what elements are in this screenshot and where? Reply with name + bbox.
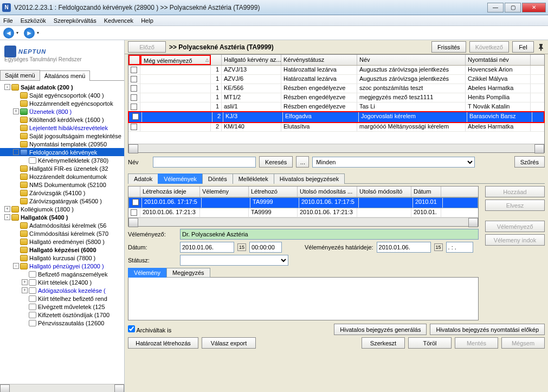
refresh-button[interactable]: Frissítés [431, 41, 466, 53]
tree-item[interactable]: Saját egyéncsoportok (400 ) [0, 91, 124, 99]
inner-grid-header[interactable]: Dátum [411, 187, 441, 197]
tab-sajat-menu[interactable]: Saját menü [0, 70, 40, 80]
statusz-select[interactable] [180, 255, 288, 266]
minimize-button[interactable]: — [487, 3, 504, 12]
velemenyezo-field[interactable] [180, 229, 479, 240]
delete-button[interactable]: Töröl [408, 337, 452, 349]
tree-item[interactable]: Hozzámrendelt egyéncsoportok [0, 99, 124, 107]
tab-megjegyzes[interactable]: Megjegyzés [166, 268, 210, 278]
tab-velemeny[interactable]: Vélemény [128, 268, 166, 278]
tree-item[interactable]: Lejelentett hibák/észrevételek [0, 124, 124, 132]
add-button[interactable]: Hozzáad [485, 186, 545, 197]
tree-item[interactable]: Címmódosítási kérelmek (570 [0, 229, 124, 237]
menu-role[interactable]: Szerepkörváltás [54, 17, 96, 24]
inner-grid-hscroll[interactable] [128, 217, 478, 226]
velemenyezo-button[interactable]: Véleményező [485, 221, 545, 232]
search-button[interactable]: Keresés [259, 156, 293, 168]
export-button[interactable]: Válasz export [202, 337, 256, 349]
velemeny-indok-button[interactable]: Vélemeny indok [485, 234, 545, 246]
grid-header[interactable]: Név [357, 55, 466, 65]
calendar-icon[interactable]: 15 [237, 243, 246, 251]
opinions-grid[interactable]: Létrehozás idejeVéleményLétrehozóUtolsó … [128, 186, 479, 227]
tree-item[interactable]: Záróvizsgák (54100 ) [0, 189, 124, 197]
menu-tree[interactable]: -Saját adatok (200 )Saját egyéncsoportok… [0, 81, 124, 384]
next-button[interactable]: Következő [469, 41, 509, 53]
forward-button[interactable]: ► [24, 28, 35, 38]
tree-hscroll[interactable] [0, 384, 124, 392]
back-button[interactable]: ◄ [3, 28, 14, 38]
tree-item[interactable]: Hallgató kurzusai (7800 ) [0, 254, 124, 262]
archive-checkbox[interactable]: Archiváltak is [128, 325, 171, 333]
inner-grid-header[interactable]: Létrehozás ideje [140, 187, 200, 197]
grid-row[interactable]: 2KM/140Elutasítvamargóóóó Méltányossági … [128, 123, 544, 132]
tree-item[interactable]: Kiírt tételhez befizető rend [0, 294, 124, 303]
inner-grid-header[interactable]: Utolsó módosító [357, 187, 411, 197]
tree-item[interactable]: Adatmódosítási kérelmek (56 [0, 221, 124, 229]
menu-file[interactable]: File [3, 17, 13, 24]
tree-item[interactable]: +Kollégiumok (1800 ) [0, 205, 124, 213]
grid-row[interactable]: 1MT1/2Részben engedélyezvemegjegyzés mez… [128, 93, 544, 102]
tree-item[interactable]: Elvégzett műveletek (125 [0, 303, 124, 311]
pin-icon[interactable] [537, 43, 545, 51]
grid-row[interactable]: 2KJ/3ElfogadvaJogorvoslati kérelemBaraso… [128, 112, 544, 123]
detail-tab[interactable]: Mellékletek [233, 173, 274, 184]
detail-tab[interactable]: Döntés [202, 173, 233, 184]
tree-item[interactable]: -Hallgatók (5400 ) [0, 213, 124, 221]
tree-item[interactable]: Saját jogosultságaim megtekintése [0, 132, 124, 140]
prev-button[interactable]: Előző [128, 41, 166, 53]
grid-row[interactable]: 1AZVJ/6Határozattal lezárvaAugusztus zár… [128, 75, 544, 84]
up-button[interactable]: Fel [512, 41, 534, 53]
grid-row[interactable]: 1asli/1Részben engedélyezveTas LiT Novák… [128, 102, 544, 112]
detail-tab[interactable]: Hivatalos bejegyzések [274, 173, 345, 184]
menu-favorites[interactable]: Kedvencek [104, 17, 133, 24]
close-button[interactable]: ✕ [522, 3, 546, 12]
filter-button[interactable]: Szűrés [514, 156, 545, 168]
grid-row[interactable]: 1AZVJ/13Határozattal lezárvaAugusztus zá… [128, 66, 544, 75]
tree-item[interactable]: Befizető magánszemélyek [0, 270, 124, 278]
forward-dropdown[interactable]: ▾ [37, 30, 42, 35]
tree-item[interactable]: Pénzvisszautalás (12600 [0, 319, 124, 327]
inner-grid-header[interactable]: Létrehozó [249, 187, 298, 197]
tree-item[interactable]: Hallgató képzései (6000 [0, 246, 124, 254]
hatarido-time-field[interactable] [446, 242, 473, 253]
inner-grid-header[interactable]: Vélemény [200, 187, 249, 197]
search-more-button[interactable]: ... [296, 156, 309, 168]
generate-entry-button[interactable]: Hivatalos bejegyzés generálás [334, 324, 427, 335]
save-button[interactable]: Mentés [455, 337, 498, 349]
tree-item[interactable]: -Hallgató pénzügyei (12000 ) [0, 262, 124, 270]
back-dropdown[interactable]: ▾ [16, 30, 22, 35]
grid-header[interactable] [128, 55, 140, 65]
cancel-button[interactable]: Mégsem [501, 337, 545, 349]
tree-item[interactable]: -Feldolgozandó kérvények [0, 148, 124, 156]
note-textarea[interactable] [128, 277, 479, 320]
tree-item[interactable]: Hallgató eredményei (5800 ) [0, 237, 124, 246]
tree-item[interactable]: Kitöltendő kérdőívek (1600 ) [0, 115, 124, 124]
hatarido-field[interactable] [377, 242, 431, 253]
time-field[interactable] [249, 242, 282, 253]
main-grid[interactable]: Még véleményező △Hallgató kérvény az...K… [128, 54, 545, 153]
inner-grid-header[interactable] [128, 187, 140, 197]
tree-item[interactable]: Hallgatói FIR-es üzenetek (32 [0, 164, 124, 172]
inner-grid-row[interactable]: 2010.01.06. 17:21:3TA99992010.01.06. 17:… [128, 208, 478, 217]
grid-header[interactable]: Kérvénystátusz [281, 55, 357, 65]
tree-item[interactable]: +Adóigazolások kezelése ( [0, 286, 124, 294]
grid-header[interactable] [211, 55, 222, 65]
grid-header[interactable]: Nyomtatási név [466, 55, 531, 65]
remove-button[interactable]: Elvesz [485, 200, 545, 211]
tree-item[interactable]: Nyomtatási templatek (20950 [0, 140, 124, 148]
menu-help[interactable]: Help [141, 17, 153, 24]
tree-item[interactable]: -Saját adatok (200 ) [0, 83, 124, 91]
grid-row[interactable]: 1KE/566Részben engedélyezveszoc pontszám… [128, 84, 544, 93]
tree-item[interactable]: Hozzárendelt dokumentumok [0, 172, 124, 181]
print-preview-button[interactable]: Hivatalos bejegyzés nyomtatási előkép [430, 324, 545, 335]
inner-grid-row[interactable]: 2010.01.06. 17:17:5TA99992010.01.06. 17:… [128, 197, 478, 208]
calendar2-icon[interactable]: 15 [434, 243, 443, 251]
filter-select[interactable]: Minden [312, 157, 475, 168]
detail-tab[interactable]: Vélemények [158, 173, 203, 184]
detail-tab[interactable]: Adatok [128, 173, 158, 184]
grid-header[interactable]: Hallgató kérvény az... [222, 55, 281, 65]
grid-header[interactable]: Még véleményező △ [140, 55, 211, 65]
inner-grid-header[interactable]: Utolsó módosítás ... [298, 187, 357, 197]
maximize-button[interactable]: ▢ [505, 3, 521, 12]
create-decision-button[interactable]: Határozat létrehozás [128, 337, 198, 349]
